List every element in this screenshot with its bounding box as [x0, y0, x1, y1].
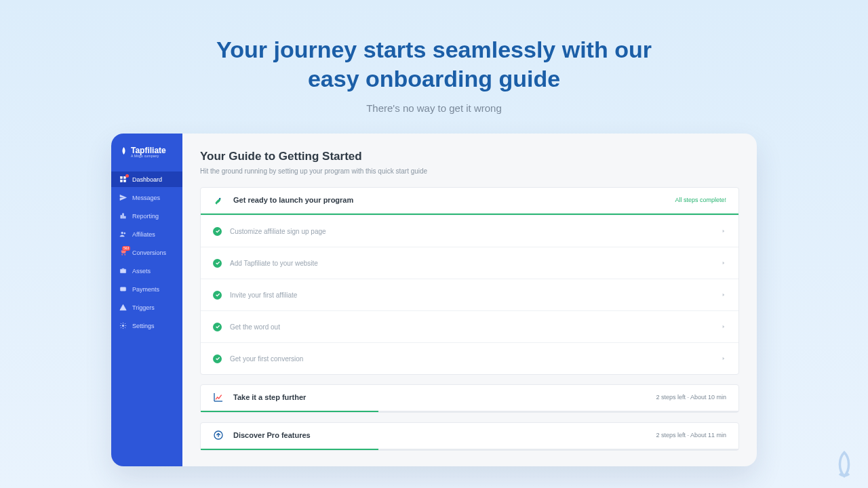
wallet-icon: [119, 285, 127, 293]
watermark-icon: [830, 450, 859, 481]
brand-name: Tapfiliate: [131, 146, 166, 155]
step-title: Get the word out: [230, 323, 280, 331]
check-icon: [213, 323, 222, 331]
sidebar-item-label: Settings: [132, 323, 155, 329]
section-title: Get ready to launch your program: [233, 196, 353, 204]
step-title: Invite your first affiliate: [230, 291, 297, 299]
section-title: Discover Pro features: [233, 431, 311, 439]
svg-point-5: [124, 232, 125, 234]
svg-point-12: [219, 198, 220, 199]
svg-rect-0: [120, 176, 122, 178]
chevron-right-icon: [721, 321, 726, 333]
rocket-icon: [213, 195, 224, 205]
section-status: All steps complete!: [675, 197, 726, 203]
step-row[interactable]: Invite your first affiliate: [201, 279, 738, 310]
sidebar-item-messages[interactable]: Messages: [111, 190, 182, 205]
sidebar: Tapfiliate A Mitgo company Dashboard Mes…: [111, 134, 182, 466]
brand-icon: [119, 146, 128, 158]
step-title: Customize affiliate sign up page: [230, 228, 326, 235]
chevron-right-icon: [721, 289, 726, 301]
brand: Tapfiliate A Mitgo company: [111, 143, 182, 169]
svg-rect-2: [120, 180, 122, 182]
sidebar-item-label: Triggers: [132, 304, 155, 311]
sidebar-item-reporting[interactable]: Reporting: [111, 208, 182, 224]
gear-icon: [119, 322, 127, 329]
step-title: Add Tapfiliate to your website: [230, 260, 318, 267]
progress-bar: [201, 449, 738, 450]
sidebar-item-assets[interactable]: Assets: [111, 263, 182, 279]
section-header[interactable]: Discover Pro features 2 steps left · Abo…: [201, 423, 738, 449]
hero-subtitle: There's no way to get it wrong: [0, 102, 868, 114]
sidebar-item-label: Messages: [132, 195, 160, 201]
section-header[interactable]: Take it a step further 2 steps left · Ab…: [201, 385, 738, 411]
svg-point-4: [121, 232, 123, 234]
svg-rect-8: [120, 269, 125, 273]
sidebar-item-conversions[interactable]: 563 Conversions: [111, 245, 182, 260]
section-meta: 2 steps left · About 10 min: [656, 394, 726, 401]
svg-point-7: [125, 254, 125, 255]
main-content: Your Guide to Getting Started Hit the gr…: [182, 134, 757, 466]
step-row[interactable]: Customize affiliate sign up page: [201, 215, 738, 247]
growth-chart-icon: [213, 392, 224, 403]
notification-dot: [125, 174, 129, 178]
page-title: Your Guide to Getting Started: [200, 150, 739, 163]
section-pro: Discover Pro features 2 steps left · Abo…: [200, 422, 739, 451]
progress-bar: [201, 411, 738, 412]
sidebar-item-label: Dashboard: [132, 176, 162, 183]
warning-icon: [119, 304, 127, 311]
check-icon: [213, 227, 222, 236]
step-row[interactable]: Add Tapfiliate to your website: [201, 247, 738, 279]
section-title: Take it a step further: [233, 393, 306, 401]
check-icon: [213, 354, 222, 363]
section-launch: Get ready to launch your program All ste…: [200, 187, 739, 375]
app-window: Tapfiliate A Mitgo company Dashboard Mes…: [111, 134, 757, 466]
svg-rect-3: [123, 180, 125, 182]
users-icon: [119, 230, 127, 238]
sidebar-item-triggers[interactable]: Triggers: [111, 300, 182, 315]
sidebar-item-label: Affiliates: [132, 231, 155, 238]
cart-icon: 563: [119, 249, 127, 256]
check-icon: [213, 259, 222, 268]
svg-point-11: [122, 325, 124, 327]
chevron-right-icon: [721, 225, 726, 237]
page-subtitle: Hit the ground running by setting up you…: [200, 167, 739, 175]
section-meta: 2 steps left · About 11 min: [656, 432, 726, 439]
chevron-right-icon: [721, 257, 726, 269]
step-row[interactable]: Get your first conversion: [201, 342, 738, 374]
sidebar-item-label: Conversions: [132, 249, 166, 256]
chart-icon: [119, 212, 127, 220]
check-icon: [213, 291, 222, 300]
send-icon: [119, 194, 127, 201]
sidebar-item-settings[interactable]: Settings: [111, 318, 182, 333]
grid-icon: [119, 176, 127, 183]
brand-tagline: A Mitgo company: [131, 155, 166, 158]
section-header[interactable]: Get ready to launch your program All ste…: [201, 188, 738, 214]
arrow-up-circle-icon: [213, 430, 224, 441]
hero-title-line1: Your journey starts seamlessly with our: [0, 35, 868, 64]
section-further: Take it a step further 2 steps left · Ab…: [200, 384, 739, 413]
svg-point-6: [121, 254, 122, 255]
badge-count: 563: [122, 246, 130, 251]
sidebar-item-label: Assets: [132, 268, 151, 274]
briefcase-icon: [119, 267, 127, 274]
chevron-right-icon: [721, 352, 726, 365]
step-row[interactable]: Get the word out: [201, 310, 738, 342]
sidebar-item-payments[interactable]: Payments: [111, 281, 182, 297]
sidebar-item-affiliates[interactable]: Affiliates: [111, 226, 182, 242]
hero-title-line2: easy onboarding guide: [0, 64, 868, 94]
sidebar-item-dashboard[interactable]: Dashboard: [111, 171, 182, 187]
svg-point-10: [124, 289, 125, 289]
step-title: Get your first conversion: [230, 355, 303, 363]
sidebar-item-label: Payments: [132, 286, 159, 293]
sidebar-item-label: Reporting: [132, 213, 159, 220]
